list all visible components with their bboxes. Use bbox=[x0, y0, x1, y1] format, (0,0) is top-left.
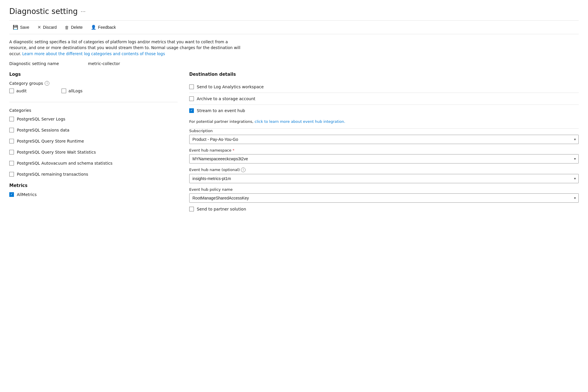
event-hub-info: For potential partner integrations, clic… bbox=[189, 119, 579, 124]
event-hub-option: Stream to an event hub bbox=[189, 105, 579, 116]
left-panel: Logs Category groups i audit allLogs bbox=[9, 72, 178, 211]
postgresql-server-logs-label: PostgreSQL Server Logs bbox=[17, 117, 65, 121]
subscription-select[interactable]: Product - Pay-As-You-Go bbox=[189, 135, 579, 144]
log-analytics-option: Send to Log Analytics workspace bbox=[189, 81, 579, 93]
setting-name-row: Diagnostic setting name metric-collector bbox=[9, 61, 579, 66]
category-groups-info-icon[interactable]: i bbox=[45, 81, 49, 86]
save-button[interactable]: 💾 Save bbox=[9, 23, 33, 32]
event-hub-policy-select[interactable]: RootManageSharedAccessKey bbox=[189, 193, 579, 203]
event-hub-policy-select-wrapper: RootManageSharedAccessKey ▾ bbox=[189, 193, 579, 203]
main-content: Logs Category groups i audit allLogs bbox=[9, 72, 579, 211]
delete-button[interactable]: 🗑 Delete bbox=[61, 23, 86, 32]
event-hub-name-info-icon[interactable]: i bbox=[241, 168, 246, 172]
metrics-section: Metrics AllMetrics bbox=[9, 183, 178, 197]
postgresql-query-store-wait-statistics-checkbox[interactable] bbox=[9, 150, 14, 154]
list-item: PostgreSQL remaining transactions bbox=[9, 172, 178, 177]
log-analytics-checkbox[interactable] bbox=[189, 84, 194, 89]
logs-section: Logs Category groups i audit allLogs bbox=[9, 72, 178, 177]
category-groups-checkboxes: audit allLogs bbox=[9, 89, 178, 102]
postgresql-server-logs-checkbox[interactable] bbox=[9, 117, 14, 121]
partner-solution-checkbox[interactable] bbox=[189, 207, 194, 211]
alllogs-checkbox[interactable] bbox=[62, 89, 66, 93]
feedback-button[interactable]: 👤 Feedback bbox=[87, 23, 119, 32]
postgresql-sessions-data-label: PostgreSQL Sessions data bbox=[17, 128, 69, 132]
discard-icon: ✕ bbox=[37, 25, 41, 30]
storage-account-label: Archive to a storage account bbox=[197, 96, 255, 101]
event-hub-name-label: Event hub name (optional) i bbox=[189, 168, 579, 172]
allmetrics-label: AllMetrics bbox=[17, 192, 37, 197]
save-icon: 💾 bbox=[13, 25, 18, 30]
event-hub-checkbox[interactable] bbox=[189, 108, 194, 113]
alllogs-checkbox-row: allLogs bbox=[62, 89, 83, 93]
subscription-select-wrapper: Product - Pay-As-You-Go ▾ bbox=[189, 135, 579, 144]
subscription-group: Subscription Product - Pay-As-You-Go ▾ bbox=[189, 129, 579, 144]
event-hub-policy-label: Event hub policy name bbox=[189, 187, 579, 192]
subscription-label: Subscription bbox=[189, 129, 579, 133]
list-item: PostgreSQL Sessions data bbox=[9, 128, 178, 132]
category-groups-title: Category groups i bbox=[9, 81, 178, 86]
required-indicator: * bbox=[232, 148, 235, 152]
event-hub-namespace-label: Event hub namespace * bbox=[189, 148, 579, 152]
event-hub-namespace-select[interactable]: MYNamespaceeeckcwps3t2ve bbox=[189, 154, 579, 163]
more-options-icon[interactable]: ··· bbox=[81, 8, 86, 15]
event-hub-policy-group: Event hub policy name RootManageSharedAc… bbox=[189, 187, 579, 203]
postgresql-remaining-transactions-label: PostgreSQL remaining transactions bbox=[17, 172, 88, 177]
postgresql-autovacuum-label: PostgreSQL Autovacuum and schema statist… bbox=[17, 161, 113, 166]
list-item: PostgreSQL Server Logs bbox=[9, 117, 178, 121]
event-hub-label: Stream to an event hub bbox=[197, 108, 245, 113]
description-text: A diagnostic setting specifies a list of… bbox=[9, 39, 241, 57]
postgresql-query-store-wait-statistics-label: PostgreSQL Query Store Wait Statistics bbox=[17, 150, 96, 154]
delete-icon: 🗑 bbox=[65, 25, 69, 30]
allmetrics-checkbox[interactable] bbox=[9, 192, 14, 197]
storage-account-checkbox[interactable] bbox=[189, 96, 194, 101]
learn-more-link[interactable]: Learn more about the different log categ… bbox=[22, 51, 165, 56]
list-item: PostgreSQL Query Store Runtime bbox=[9, 139, 178, 143]
list-item: AllMetrics bbox=[9, 192, 178, 197]
postgresql-remaining-transactions-checkbox[interactable] bbox=[9, 172, 14, 177]
event-hub-learn-more-link[interactable]: click to learn more about event hub inte… bbox=[255, 119, 345, 124]
destination-header: Destination details bbox=[189, 72, 579, 77]
discard-button[interactable]: ✕ Discard bbox=[34, 23, 60, 32]
metrics-section-header: Metrics bbox=[9, 183, 178, 188]
right-panel: Destination details Send to Log Analytic… bbox=[189, 72, 579, 211]
setting-name-label: Diagnostic setting name bbox=[9, 61, 59, 66]
event-hub-name-select[interactable]: insights-metrics-pt1m bbox=[189, 174, 579, 183]
categories-title: Categories bbox=[9, 108, 178, 113]
setting-name-value: metric-collector bbox=[88, 61, 120, 66]
partner-solution-label: Send to partner solution bbox=[197, 207, 246, 211]
postgresql-sessions-data-checkbox[interactable] bbox=[9, 128, 14, 132]
feedback-icon: 👤 bbox=[91, 25, 96, 30]
category-groups: Category groups i audit allLogs bbox=[9, 81, 178, 102]
audit-label: audit bbox=[16, 89, 27, 93]
list-item: PostgreSQL Query Store Wait Statistics bbox=[9, 150, 178, 154]
toolbar: 💾 Save ✕ Discard 🗑 Delete 👤 Feedback bbox=[9, 20, 579, 34]
event-hub-name-group: Event hub name (optional) i insights-met… bbox=[189, 168, 579, 183]
event-hub-namespace-group: Event hub namespace * MYNamespaceeeckcwp… bbox=[189, 148, 579, 163]
categories-section: Categories PostgreSQL Server Logs Postgr… bbox=[9, 108, 178, 177]
audit-checkbox-row: audit bbox=[9, 89, 27, 93]
event-hub-namespace-select-wrapper: MYNamespaceeeckcwps3t2ve ▾ bbox=[189, 154, 579, 163]
log-analytics-label: Send to Log Analytics workspace bbox=[197, 84, 264, 89]
postgresql-autovacuum-checkbox[interactable] bbox=[9, 161, 14, 166]
partner-solution-option: Send to partner solution bbox=[189, 207, 579, 211]
event-hub-name-select-wrapper: insights-metrics-pt1m ▾ bbox=[189, 174, 579, 183]
list-item: PostgreSQL Autovacuum and schema statist… bbox=[9, 161, 178, 166]
logs-section-header: Logs bbox=[9, 72, 178, 77]
alllogs-label: allLogs bbox=[68, 89, 83, 93]
postgresql-query-store-runtime-label: PostgreSQL Query Store Runtime bbox=[17, 139, 84, 143]
postgresql-query-store-runtime-checkbox[interactable] bbox=[9, 139, 14, 143]
storage-account-option: Archive to a storage account bbox=[189, 93, 579, 105]
page-title-container: Diagnostic setting ··· bbox=[9, 7, 579, 16]
audit-checkbox[interactable] bbox=[9, 89, 14, 93]
page-title: Diagnostic setting bbox=[9, 7, 78, 16]
